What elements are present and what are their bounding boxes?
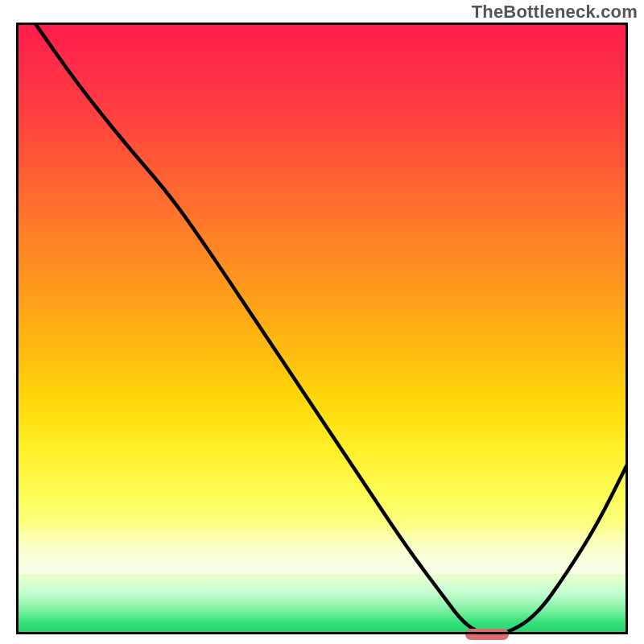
watermark-text: TheBottleneck.com [472, 2, 638, 23]
chart-container: TheBottleneck.com [0, 0, 644, 644]
plot-area [16, 23, 628, 634]
optimal-marker [465, 629, 509, 640]
curve-path [35, 23, 628, 634]
bottleneck-curve [16, 23, 628, 634]
